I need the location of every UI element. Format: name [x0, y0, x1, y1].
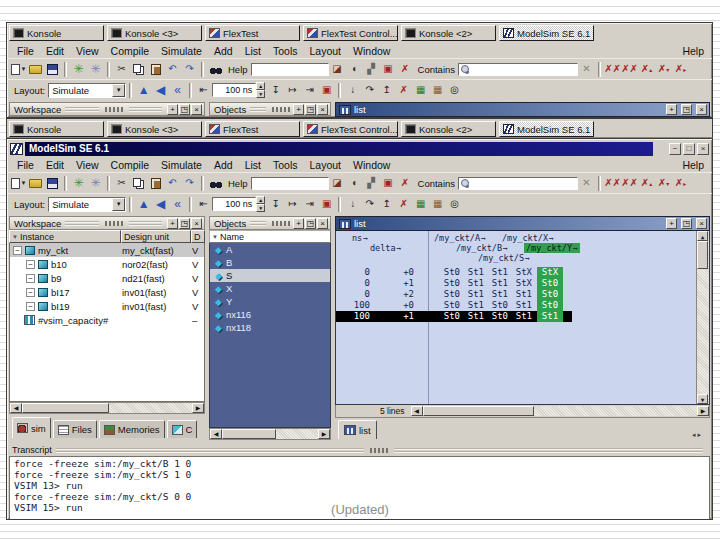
panel-undock-button[interactable]: ◳	[179, 218, 190, 229]
copy-button[interactable]	[130, 175, 147, 192]
spin-up-icon[interactable]: ▲	[256, 82, 265, 90]
panel-add-button[interactable]: +	[167, 218, 178, 229]
remove-button[interactable]: ✗	[397, 61, 414, 78]
panel-grip-dots[interactable]	[105, 107, 123, 112]
scroll-right-icon[interactable]: ▶	[697, 406, 709, 416]
delete-x-right-button[interactable]: ✗▸	[672, 175, 689, 192]
scroll-right-icon[interactable]: ▶	[192, 403, 204, 413]
taskbar-tab-konsole-3[interactable]: Konsole <3>	[107, 121, 202, 137]
panel-close-button[interactable]: ×	[317, 218, 328, 229]
collapse-icon[interactable]: −	[26, 260, 35, 269]
restart-button[interactable]: ⇤	[195, 82, 212, 99]
list-window-titlebar[interactable]: list+◳×	[335, 216, 710, 231]
panel-add-button[interactable]: +	[167, 104, 178, 115]
panel-close-button[interactable]: ×	[191, 218, 202, 229]
step-out-button[interactable]: ↥	[378, 196, 395, 213]
panel-grip[interactable]	[250, 107, 266, 112]
scroll-thumb[interactable]	[697, 241, 708, 269]
tree-row-b10[interactable]: −b10nor02(fast)V	[10, 257, 204, 271]
restart-button[interactable]: ⇤	[195, 196, 212, 213]
step-out-button[interactable]: ↥	[378, 82, 395, 99]
menu-view[interactable]: View	[70, 45, 105, 57]
panel-grip[interactable]	[129, 221, 162, 226]
menu-layout[interactable]: Layout	[304, 159, 348, 171]
step-button[interactable]: ↓	[344, 82, 361, 99]
menu-add[interactable]: Add	[208, 45, 239, 57]
remove-button[interactable]: ✗	[397, 175, 414, 192]
help-search-field[interactable]	[251, 177, 329, 190]
delete-x-right-button[interactable]: ✗▸	[672, 61, 689, 78]
panel-grip-dots[interactable]	[370, 448, 388, 453]
taskbar-tab-konsole-2[interactable]: Konsole <2>	[401, 121, 496, 137]
contains-filter-input[interactable]	[471, 178, 575, 188]
minimize-button[interactable]: −	[669, 143, 681, 155]
run-length-spinner[interactable]: ▲▼	[256, 197, 265, 211]
run-button[interactable]: ↧	[267, 82, 284, 99]
scroll-left-icon[interactable]: ◀	[10, 403, 22, 413]
panel-add-button[interactable]: +	[666, 104, 677, 115]
workspace-hscrollbar[interactable]: ◀▶	[9, 402, 205, 414]
examine-button[interactable]: ◎	[446, 82, 463, 99]
run-button[interactable]: ↧	[267, 196, 284, 213]
column-header-name[interactable]: ▼Name	[209, 230, 331, 243]
collapse-icon[interactable]: −	[26, 302, 35, 311]
memory-green-button[interactable]: ▦	[412, 196, 429, 213]
menu-help[interactable]: Help	[676, 159, 708, 171]
up-scope-button[interactable]: ▲	[135, 82, 152, 99]
scroll-left-icon[interactable]: ◀	[411, 406, 423, 416]
panel-undock-button[interactable]: ◳	[305, 218, 316, 229]
taskbar-tab-flextest-control[interactable]: FlexTest Control...	[303, 25, 398, 41]
help-go-button[interactable]: ◪	[329, 61, 346, 78]
tab-files[interactable]: Files	[53, 420, 97, 438]
compile-button[interactable]: ✳	[70, 175, 87, 192]
delete-x-down-button[interactable]: ✗▾	[655, 175, 672, 192]
panel-grip[interactable]	[56, 448, 365, 453]
help-search-input[interactable]	[254, 64, 326, 74]
tree-row-b9[interactable]: −b9nd21(fast)V	[10, 271, 204, 285]
save-button[interactable]	[44, 175, 61, 192]
taskbar-tab-flextest[interactable]: FlexTest	[205, 121, 300, 137]
object-row-Y[interactable]: ◆Y	[210, 295, 330, 308]
menu-help[interactable]: Help	[676, 45, 708, 57]
object-row-S[interactable]: ◆S	[210, 269, 330, 282]
collapse-icon[interactable]: −	[26, 274, 35, 283]
scroll-left-icon[interactable]: ◀	[210, 429, 222, 439]
tab-list[interactable]: list	[338, 420, 377, 439]
menu-add[interactable]: Add	[208, 159, 239, 171]
redo-button[interactable]: ↷	[181, 61, 198, 78]
panel-grip-dots[interactable]	[272, 221, 290, 226]
back-all-button[interactable]: «	[169, 196, 186, 213]
menu-compile[interactable]: Compile	[105, 159, 156, 171]
panel-grip[interactable]	[394, 448, 703, 453]
list-col-delta[interactable]: delta→	[370, 243, 401, 253]
tab-sim[interactable]: sim	[12, 417, 51, 438]
compile-all-button[interactable]: ✳	[87, 61, 104, 78]
panel-undock-button[interactable]: ◳	[179, 104, 190, 115]
panel-add-button[interactable]: +	[666, 218, 677, 229]
scroll-down-icon[interactable]: ▼	[697, 394, 708, 404]
list-col-signal-X[interactable]: /my_ckt/X→	[502, 233, 554, 243]
tree-row-bI17[interactable]: −bI17inv01(fast)V	[10, 285, 204, 299]
menu-tools[interactable]: Tools	[267, 159, 304, 171]
menu-window[interactable]: Window	[347, 159, 396, 171]
list-row-3[interactable]: 100+0St0St1St0St1St0	[336, 300, 572, 311]
menu-file[interactable]: File	[11, 45, 40, 57]
undo-button[interactable]: ↶	[164, 175, 181, 192]
list-row-0[interactable]: 0+0St0St1St1StXStX	[336, 267, 572, 278]
scroll-thumb[interactable]	[22, 403, 109, 413]
scroll-track[interactable]	[534, 406, 697, 416]
panel-undock-button[interactable]: ◳	[305, 104, 316, 115]
dropdown-arrow-icon[interactable]: ▼	[112, 198, 125, 211]
panel-grip[interactable]	[129, 107, 162, 112]
object-row-X[interactable]: ◆X	[210, 282, 330, 295]
find-button[interactable]	[207, 175, 224, 192]
layout-select[interactable]: Simulate▼	[48, 197, 126, 212]
copy-button[interactable]	[130, 61, 147, 78]
continue-run-button[interactable]: ↦	[284, 82, 301, 99]
find-button[interactable]	[207, 61, 224, 78]
contains-filter-input[interactable]	[471, 64, 575, 74]
pause-zz-button[interactable]: ▞	[363, 175, 380, 192]
paste-button[interactable]	[147, 61, 164, 78]
open-file-button[interactable]	[27, 61, 44, 78]
step-button[interactable]: ↓	[344, 196, 361, 213]
